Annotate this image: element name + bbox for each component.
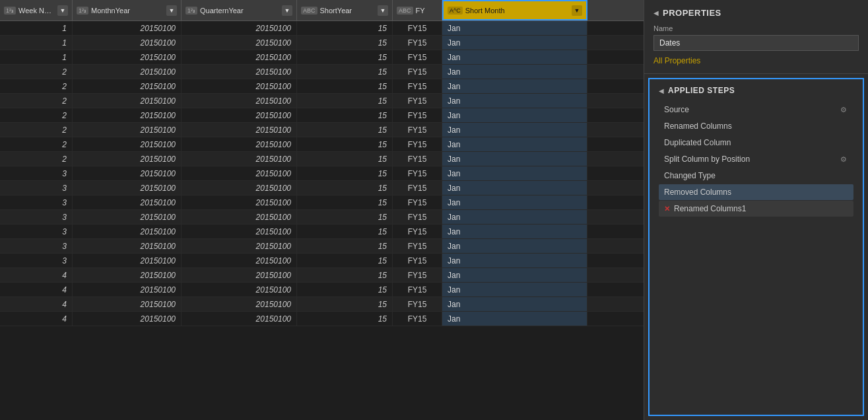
cell-month-year: 20150100 <box>73 239 182 253</box>
col-header-quarter-year[interactable]: 1²₃ QuarternYear ▼ <box>182 0 297 20</box>
properties-collapse-arrow[interactable]: ◀ <box>653 9 659 17</box>
cell-fy: FY15 <box>393 65 442 79</box>
cell-short-year: 15 <box>297 123 393 137</box>
table-row: 1 20150100 20150100 15 FY15 Jan <box>0 21 644 36</box>
filter-btn-short-year[interactable]: ▼ <box>378 5 388 16</box>
cell-month-year: 20150100 <box>73 123 182 137</box>
cell-quarter-year: 20150100 <box>182 79 297 93</box>
cell-short-year: 15 <box>297 239 393 253</box>
cell-short-year: 15 <box>297 283 393 297</box>
cell-fy: FY15 <box>393 79 442 93</box>
cell-fy: FY15 <box>393 152 442 166</box>
cell-short-year: 15 <box>297 21 393 35</box>
cell-short-year: 15 <box>297 166 393 180</box>
steps-collapse-arrow[interactable]: ◀ <box>659 87 664 94</box>
cell-week-number: 4 <box>0 297 73 311</box>
step-item-removed-columns[interactable]: Removed Columns <box>659 184 853 200</box>
cell-short-month: Jan <box>442 65 587 79</box>
table-row: 3 20150100 20150100 15 FY15 Jan <box>0 210 644 225</box>
step-error-icon: ✕ <box>664 205 670 213</box>
cell-month-year: 20150100 <box>73 225 182 238</box>
cell-quarter-year: 20150100 <box>182 152 297 166</box>
cell-month-year: 20150100 <box>73 297 182 311</box>
cell-quarter-year: 20150100 <box>182 297 297 311</box>
prop-name-label: Name <box>653 24 859 32</box>
cell-fy: FY15 <box>393 254 442 267</box>
data-table-area: 1²₃ Week Number ▼ 1²₃ MonthnYear ▼ 1²₃ Q… <box>0 0 644 420</box>
step-item-source[interactable]: Source ⚙ <box>659 102 853 118</box>
cell-quarter-year: 20150100 <box>182 166 297 180</box>
table-row: 2 20150100 20150100 15 FY15 Jan <box>0 137 644 152</box>
cell-month-year: 20150100 <box>73 21 182 35</box>
cell-week-number: 3 <box>0 166 73 180</box>
cell-quarter-year: 20150100 <box>182 181 297 195</box>
cell-short-year: 15 <box>297 297 393 311</box>
cell-month-year: 20150100 <box>73 181 182 195</box>
step-label-duplicated-column: Duplicated Column <box>664 138 848 147</box>
cell-short-month: Jan <box>442 254 587 267</box>
cell-short-month: Jan <box>442 283 587 297</box>
cell-month-year: 20150100 <box>73 94 182 108</box>
cell-week-number: 1 <box>0 21 73 35</box>
col-header-week-number[interactable]: 1²₃ Week Number ▼ <box>0 0 73 20</box>
cell-short-month: Jan <box>442 268 587 282</box>
filter-btn-month-year[interactable]: ▼ <box>166 5 177 16</box>
col-label-short-year: ShortYear <box>320 7 375 15</box>
cell-month-year: 20150100 <box>73 210 182 224</box>
steps-title: APPLIED STEPS <box>668 86 735 95</box>
cell-short-year: 15 <box>297 79 393 93</box>
table-row: 3 20150100 20150100 15 FY15 Jan <box>0 195 644 210</box>
step-item-renamed-columns[interactable]: Renamed Columns <box>659 118 853 134</box>
applied-steps-section: ◀ APPLIED STEPS Source ⚙ Renamed Columns… <box>648 78 864 416</box>
step-item-renamed-columns1[interactable]: ✕ Renamed Columns1 <box>659 201 853 217</box>
cell-week-number: 4 <box>0 283 73 297</box>
cell-fy: FY15 <box>393 123 442 137</box>
table-row: 4 20150100 20150100 15 FY15 Jan <box>0 283 644 297</box>
cell-month-year: 20150100 <box>73 137 182 151</box>
step-label-removed-columns: Removed Columns <box>664 188 848 197</box>
table-row: 2 20150100 20150100 15 FY15 Jan <box>0 123 644 137</box>
table-row: 4 20150100 20150100 15 FY15 Jan <box>0 268 644 283</box>
table-row: 3 20150100 20150100 15 FY15 Jan <box>0 166 644 181</box>
cell-week-number: 4 <box>0 268 73 282</box>
cell-quarter-year: 20150100 <box>182 210 297 224</box>
cell-fy: FY15 <box>393 137 442 151</box>
cell-week-number: 2 <box>0 79 73 93</box>
filter-btn-quarter-year[interactable]: ▼ <box>282 5 292 16</box>
cell-quarter-year: 20150100 <box>182 65 297 79</box>
cell-quarter-year: 20150100 <box>182 36 297 50</box>
step-item-split-column-by-position[interactable]: Split Column by Position ⚙ <box>659 151 853 167</box>
steps-header: ◀ APPLIED STEPS <box>659 86 853 95</box>
cell-short-month: Jan <box>442 108 587 122</box>
cell-week-number: 3 <box>0 225 73 238</box>
filter-btn-short-month[interactable]: ▼ <box>572 5 582 16</box>
cell-fy: FY15 <box>393 283 442 297</box>
cell-quarter-year: 20150100 <box>182 283 297 297</box>
step-gear-icon[interactable]: ⚙ <box>839 155 848 164</box>
step-gear-icon[interactable]: ⚙ <box>839 106 848 114</box>
filter-btn-week-number[interactable]: ▼ <box>57 5 68 16</box>
col-header-fy[interactable]: ABC FY <box>393 0 442 20</box>
step-item-changed-type[interactable]: Changed Type <box>659 168 853 184</box>
cell-quarter-year: 20150100 <box>182 108 297 122</box>
col-header-short-year[interactable]: ABC ShortYear ▼ <box>297 0 393 20</box>
cell-month-year: 20150100 <box>73 312 182 326</box>
table-row: 1 20150100 20150100 15 FY15 Jan <box>0 50 644 65</box>
col-header-month-year[interactable]: 1²₃ MonthnYear ▼ <box>73 0 182 20</box>
prop-name-input[interactable] <box>653 35 859 51</box>
cell-month-year: 20150100 <box>73 166 182 180</box>
col-label-fy: FY <box>416 7 438 15</box>
cell-fy: FY15 <box>393 195 442 209</box>
step-label-changed-type: Changed Type <box>664 171 848 180</box>
cell-short-month: Jan <box>442 36 587 50</box>
cell-quarter-year: 20150100 <box>182 21 297 35</box>
table-row: 3 20150100 20150100 15 FY15 Jan <box>0 254 644 268</box>
step-item-duplicated-column[interactable]: Duplicated Column <box>659 135 853 151</box>
cell-month-year: 20150100 <box>73 254 182 267</box>
all-properties-link[interactable]: All Properties <box>653 56 700 65</box>
col-type-week-number: 1²₃ <box>4 7 16 15</box>
cell-fy: FY15 <box>393 225 442 238</box>
col-header-short-month[interactable]: A^C Short Month ▼ <box>442 0 587 20</box>
col-type-short-year: ABC <box>301 7 317 15</box>
cell-fy: FY15 <box>393 312 442 326</box>
